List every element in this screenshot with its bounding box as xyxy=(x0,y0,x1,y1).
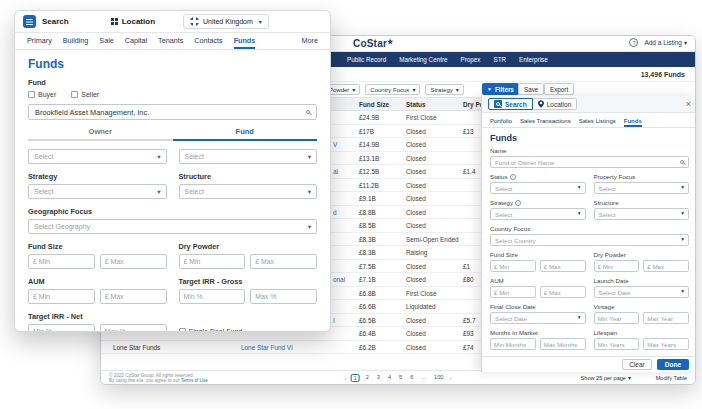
property-focus-select[interactable]: Select▾ xyxy=(594,182,690,194)
vintage-min-input[interactable] xyxy=(594,312,640,324)
owner-search-box xyxy=(28,104,317,120)
months-min-input[interactable] xyxy=(490,338,536,350)
structure-select[interactable]: Select▾ xyxy=(594,208,690,220)
cell-fund-owner: Lone Star Funds xyxy=(113,344,160,351)
page-3[interactable]: 3 xyxy=(375,374,382,382)
nav-item-str[interactable]: STR xyxy=(493,56,506,63)
show-per-page-select[interactable]: Show 25 per page▾ xyxy=(581,375,631,381)
page-4[interactable]: 4 xyxy=(386,374,393,382)
aum-min-input[interactable] xyxy=(28,289,95,304)
panel-tab-funds[interactable]: Funds xyxy=(624,118,642,127)
subtab-fund[interactable]: Fund xyxy=(173,127,318,141)
clear-button[interactable]: Clear xyxy=(622,359,652,370)
final-close-date-select[interactable]: Select Date▾ xyxy=(490,312,586,324)
launch-date-select[interactable]: Select Date▾ xyxy=(594,286,690,298)
irr-gross-min-input[interactable] xyxy=(179,289,246,304)
status-select[interactable]: Select▾ xyxy=(490,182,586,194)
panel-search-tab[interactable]: Search xyxy=(488,98,533,110)
buyer-checkbox[interactable]: Buyer xyxy=(28,91,56,98)
irr-net-min-input[interactable] xyxy=(28,324,95,332)
structure-select[interactable]: Select▾ xyxy=(179,184,318,199)
irr-net-max-input[interactable] xyxy=(100,324,167,332)
filters-button[interactable]: ▼Filters xyxy=(482,83,519,95)
irr-gross-max-input[interactable] xyxy=(250,289,317,304)
cell-fund-name-link[interactable]: d xyxy=(333,209,337,216)
help-icon[interactable]: ? xyxy=(629,38,638,47)
country-focus-select[interactable]: Select Country▾ xyxy=(490,234,689,246)
add-a-listing-button[interactable]: Add a Listing▾ xyxy=(644,39,687,46)
dry-powder-min-input[interactable] xyxy=(594,260,640,272)
fund-size-min-input[interactable] xyxy=(28,254,95,269)
column-header-status[interactable]: Status xyxy=(406,101,426,108)
tab-capital[interactable]: Capital xyxy=(125,36,147,49)
page-100[interactable]: 100 xyxy=(432,374,445,382)
strategy-select[interactable]: Select▾ xyxy=(490,208,586,220)
dry-powder-max-input[interactable] xyxy=(643,260,689,272)
dry-powder-max-input[interactable] xyxy=(250,254,317,269)
fund-filter-select-1[interactable]: Select▾ xyxy=(28,149,167,164)
cell-status: Closed xyxy=(406,195,426,202)
dry-powder-min-input[interactable] xyxy=(179,254,246,269)
page-prev-icon[interactable]: ‹ xyxy=(345,375,347,381)
aum-max-input[interactable] xyxy=(540,286,586,298)
nav-item-public-record[interactable]: Public Record xyxy=(347,56,386,63)
save-button[interactable]: Save xyxy=(518,83,544,95)
cell-fund-name-link[interactable]: al xyxy=(333,168,338,175)
panel-tab-sales-listings[interactable]: Sales Listings xyxy=(579,118,616,127)
country-focus-field: Country Focus Select Country▾ xyxy=(490,225,689,246)
geographic-focus-select[interactable]: Select Geography▾ xyxy=(28,219,317,234)
tab-tenants[interactable]: Tenants xyxy=(158,36,183,49)
fund-filter-select-2[interactable]: Select▾ xyxy=(179,149,318,164)
aum-max-input[interactable] xyxy=(100,289,167,304)
vintage-max-input[interactable] xyxy=(643,312,689,324)
tab-primary[interactable]: Primary xyxy=(27,36,52,49)
cell-fund-name-link[interactable]: Lone Star Fund VI xyxy=(241,344,293,351)
close-icon[interactable]: × xyxy=(686,100,691,109)
nav-item-enterprise[interactable]: Enterprise xyxy=(519,56,548,63)
export-button[interactable]: Export xyxy=(544,83,574,95)
tab-funds[interactable]: Funds xyxy=(234,36,256,49)
column-header-fund-size[interactable]: Fund Size xyxy=(359,101,389,108)
tab-contacts[interactable]: Contacts xyxy=(194,36,222,49)
filters-panel-header: Search Location × xyxy=(482,96,696,113)
page-...[interactable]: ... xyxy=(419,374,428,382)
cell-fund-name-link[interactable]: V xyxy=(333,141,337,148)
owner-search-input[interactable] xyxy=(35,106,306,118)
aum-min-input[interactable] xyxy=(490,286,536,298)
page-1[interactable]: 1 xyxy=(351,374,360,382)
seller-checkbox[interactable]: Seller xyxy=(71,91,99,98)
strategy-select[interactable]: Select▾ xyxy=(28,184,167,199)
fund-owner-name-input[interactable] xyxy=(495,157,680,167)
subtab-owner[interactable]: Owner xyxy=(28,127,173,141)
tab-sale[interactable]: Sale xyxy=(99,36,113,49)
panel-location-tab[interactable]: Location xyxy=(533,98,578,110)
lifespan-min-input[interactable] xyxy=(594,338,640,350)
country-select[interactable]: United Kingdom ▾ xyxy=(183,14,269,29)
page-next-icon[interactable]: › xyxy=(449,375,451,381)
fund-size-min-input[interactable] xyxy=(490,260,536,272)
panel-tab-sales-transactions[interactable]: Sales Transactions xyxy=(520,118,571,127)
page-6[interactable]: 6 xyxy=(408,374,415,382)
nav-item-propex[interactable]: Propex xyxy=(461,56,481,63)
panel-tab-portfolio[interactable]: Portfolio xyxy=(490,118,512,127)
fund-size-max-input[interactable] xyxy=(100,254,167,269)
cell-fund-name-link[interactable]: I xyxy=(333,317,335,324)
location-button[interactable]: Location xyxy=(111,17,155,26)
fund-size-max-input[interactable] xyxy=(540,260,586,272)
quick-filter-strategy[interactable]: Strategy▾ xyxy=(425,84,463,95)
done-button[interactable]: Done xyxy=(657,359,689,370)
tab-more[interactable]: More xyxy=(302,36,318,49)
modify-table-button[interactable]: Modify Table xyxy=(656,375,687,381)
lifespan-max-input[interactable] xyxy=(643,338,689,350)
cell-status: Closed xyxy=(406,317,426,324)
quick-filter-country-focus[interactable]: Country Focus▾ xyxy=(365,84,420,95)
terms-of-use-link[interactable]: Terms of Use xyxy=(181,378,208,383)
page-5[interactable]: 5 xyxy=(397,374,404,382)
single-deal-fund-checkbox[interactable]: Single Deal Fund xyxy=(179,328,318,332)
menu-icon[interactable] xyxy=(23,15,36,28)
tab-building[interactable]: Building xyxy=(63,36,89,49)
cell-fund-name-link[interactable]: onal xyxy=(333,276,345,283)
nav-item-marketing-centre[interactable]: Marketing Centre xyxy=(399,56,447,63)
months-max-input[interactable] xyxy=(540,338,586,350)
page-2[interactable]: 2 xyxy=(364,374,371,382)
